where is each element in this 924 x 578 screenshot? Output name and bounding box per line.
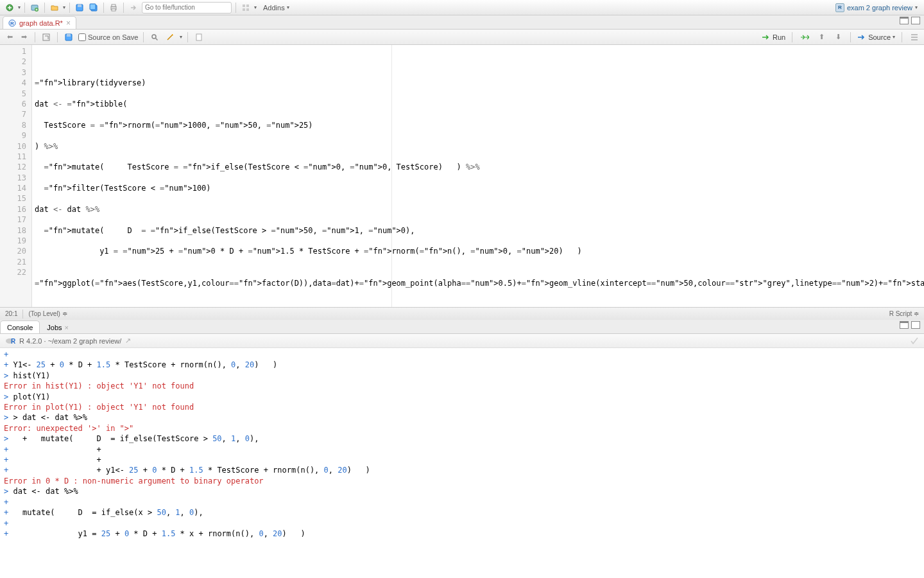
panes-dropdown[interactable]: ▾ (254, 4, 257, 10)
separator (44, 3, 45, 13)
show-in-new-window-icon[interactable] (40, 31, 52, 43)
run-label: Run (773, 33, 785, 41)
editor-toolbar: ⬅ ➡ Source on Save ▾ Run ⬆ ⬇ Source▾ (0, 30, 924, 45)
wand-dropdown[interactable]: ▾ (180, 34, 182, 40)
wand-icon[interactable] (164, 31, 176, 43)
console-info-bar: R R 4.2.0 · ~/exam 2 graph review/ ↗ (0, 334, 924, 348)
tab-console[interactable]: Console (0, 320, 40, 333)
new-file-dropdown[interactable]: ▾ (18, 4, 21, 10)
svg-text:R: R (10, 21, 14, 26)
save-icon[interactable] (74, 2, 85, 13)
file-tab-active[interactable]: R graph data.R* × (3, 16, 76, 29)
open-file-icon[interactable] (49, 2, 60, 13)
console-tab-label: Console (7, 324, 33, 331)
separator (69, 3, 70, 13)
svg-rect-13 (246, 8, 249, 11)
svg-rect-11 (246, 4, 249, 7)
project-icon: R (835, 3, 844, 12)
maximize-console-icon[interactable] (911, 321, 920, 329)
go-up-icon[interactable]: ⬆ (816, 31, 827, 43)
svg-rect-4 (78, 4, 81, 7)
find-icon[interactable] (149, 31, 160, 43)
addins-menu[interactable]: Addins▾ (259, 4, 293, 12)
save-icon[interactable] (63, 31, 74, 43)
svg-rect-18 (67, 34, 71, 37)
source-label: Source (868, 33, 891, 41)
save-all-icon[interactable] (88, 2, 99, 13)
margin-guide (391, 45, 392, 307)
separator (24, 3, 25, 13)
print-icon[interactable] (108, 2, 119, 13)
run-button[interactable]: Run (762, 33, 785, 41)
svg-rect-8 (112, 4, 116, 6)
console-tabs: Console Jobs× (0, 320, 924, 334)
svg-rect-20 (196, 34, 201, 40)
line-gutter: 12345678910111213141516171819202122 (0, 45, 32, 307)
addins-label: Addins (263, 4, 285, 12)
svg-point-19 (152, 35, 156, 39)
rerun-icon[interactable] (799, 31, 810, 43)
editor-tabs: R graph data.R* × (0, 15, 924, 30)
maximize-pane-icon[interactable] (911, 17, 920, 24)
file-name: graph data.R* (19, 19, 63, 27)
r-version: R 4.2.0 · ~/exam 2 graph review/ (19, 337, 121, 345)
forward-icon[interactable]: ➡ (18, 31, 30, 43)
grid-icon[interactable] (240, 2, 252, 13)
go-to-dir-icon[interactable]: ↗ (125, 337, 131, 345)
scope-indicator[interactable]: (Top Level) ≑ (28, 310, 67, 317)
source-on-save-label: Source on Save (88, 33, 138, 41)
svg-rect-9 (112, 9, 116, 11)
open-dropdown[interactable]: ▾ (63, 4, 65, 10)
code-editor[interactable]: ="fn">library(tidyverse) dat <- ="fn">ti… (32, 45, 924, 307)
separator (123, 3, 124, 13)
go-down-icon[interactable]: ⬇ (832, 31, 844, 43)
jobs-tab-label: Jobs (47, 324, 62, 331)
svg-rect-12 (243, 8, 245, 11)
goto-input[interactable] (142, 2, 232, 13)
r-logo-icon: R (5, 337, 15, 346)
compile-report-icon[interactable] (193, 31, 205, 43)
outline-icon[interactable] (909, 31, 920, 43)
back-icon[interactable]: ⬅ (4, 31, 15, 43)
cursor-position: 20:1 (5, 310, 17, 317)
svg-text:R: R (11, 338, 15, 345)
console-output[interactable]: ++ Y1<- 25 + 0 * D + 1.5 * TestScore + r… (0, 348, 924, 578)
editor-pane: 12345678910111213141516171819202122 ="fn… (0, 45, 924, 320)
close-tab-icon[interactable]: × (66, 19, 71, 28)
separator (103, 3, 104, 13)
new-file-icon[interactable] (4, 2, 15, 13)
language-indicator[interactable]: R Script ≑ (889, 310, 919, 317)
tab-jobs[interactable]: Jobs× (40, 320, 76, 333)
clear-console-icon[interactable] (910, 337, 919, 346)
project-menu[interactable]: R exam 2 graph review ▾ (833, 3, 920, 12)
minimize-console-icon[interactable] (900, 321, 909, 329)
close-jobs-icon[interactable]: × (65, 324, 69, 331)
project-name: exam 2 graph review (847, 4, 912, 12)
source-button[interactable]: Source▾ (857, 33, 895, 41)
new-project-icon[interactable] (29, 2, 40, 13)
source-on-save-checkbox[interactable]: Source on Save (78, 33, 138, 41)
separator (235, 3, 236, 13)
goto-icon[interactable] (128, 2, 139, 13)
editor-status-bar: 20:1 (Top Level) ≑ R Script ≑ (0, 307, 924, 320)
rfile-icon: R (8, 19, 16, 27)
minimize-pane-icon[interactable] (900, 17, 909, 24)
svg-rect-10 (243, 4, 245, 7)
main-toolbar: ▾ ▾ ▾ Addins▾ R exam 2 graph review ▾ (0, 0, 924, 15)
svg-rect-6 (90, 4, 96, 10)
